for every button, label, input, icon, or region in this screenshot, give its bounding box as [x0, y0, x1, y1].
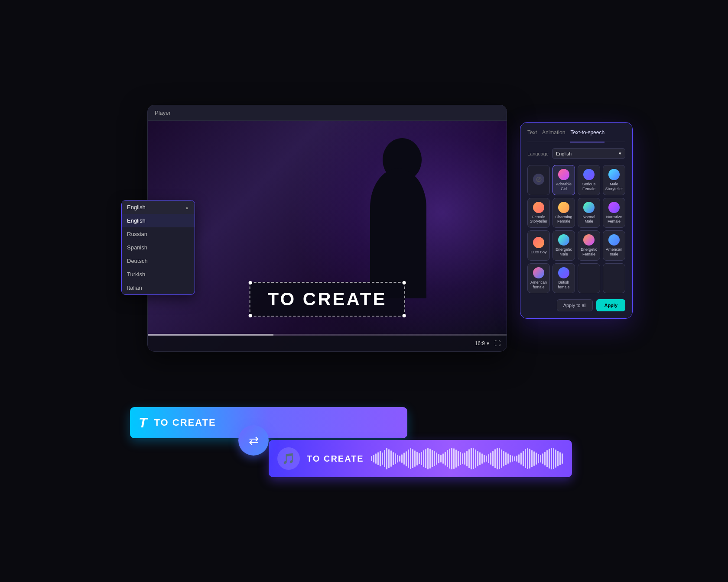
- voice-name-energetic-female: Energetic Female: [580, 247, 598, 257]
- chevron-down-icon: ▾: [619, 151, 621, 156]
- voice-card-narrative-female[interactable]: Narrative Female: [603, 198, 625, 228]
- voice-name-narrative-female: Narrative Female: [605, 215, 623, 224]
- voice-name-charming-female: Charming Female: [555, 215, 573, 224]
- chevron-down-icon: ▾: [487, 340, 489, 346]
- voice-name-male-storyteller: Male Storyteller: [605, 182, 623, 191]
- video-bottom-bar: 16:9 ▾ ⛶: [148, 336, 507, 351]
- voice-avatar-adorable-girl: [558, 169, 569, 180]
- language-dropdown[interactable]: English ▲ English Russian Spanish Deutsc…: [121, 200, 195, 295]
- voice-avatar-energetic-male: [558, 234, 569, 246]
- tts-language-row: Language English ▾: [527, 148, 625, 159]
- text-track-icon: T: [139, 415, 147, 431]
- corner-handle-br[interactable]: [402, 314, 406, 317]
- timeline-text-bar[interactable]: T TO CREATE: [130, 407, 407, 438]
- voice-card-disabled[interactable]: ⊘: [527, 165, 550, 195]
- aspect-ratio-value: 16:9: [475, 340, 485, 346]
- voice-avatar-serious-female: [583, 169, 595, 180]
- voice-name-serious-female: Serious Female: [580, 182, 598, 191]
- apply-button[interactable]: Apply: [596, 299, 625, 311]
- voice-card-male-storyteller[interactable]: Male Storyteller: [603, 165, 625, 195]
- voice-card-american-male[interactable]: American male: [603, 230, 625, 261]
- language-select-value: English: [556, 151, 572, 156]
- fullscreen-button[interactable]: ⛶: [494, 340, 500, 347]
- voice-avatar-charming-female: [558, 202, 569, 213]
- corner-handle-tr[interactable]: [402, 281, 406, 285]
- chevron-up-icon: ▲: [185, 205, 189, 210]
- dropdown-item-russian[interactable]: Russian: [122, 227, 195, 241]
- voice-card-british-female[interactable]: British female: [552, 263, 575, 294]
- voice-card-adorable-girl[interactable]: Adorable Girl: [552, 165, 575, 195]
- voice-card-female-storyteller[interactable]: Female Storyteller: [527, 198, 550, 228]
- tts-tabs: Text Animation Text-to-speech: [527, 129, 625, 142]
- audio-waveform-bar[interactable]: 🎵 TO CREATE: [269, 440, 572, 477]
- voice-name-female-storyteller: Female Storyteller: [530, 215, 548, 224]
- voice-avatar-american-female: [533, 267, 544, 278]
- voice-name-british-female: British female: [555, 280, 573, 290]
- voice-card-american-female[interactable]: American female: [527, 263, 550, 294]
- voice-name-adorable-girl: Adorable Girl: [555, 182, 573, 191]
- language-select[interactable]: English ▾: [552, 148, 625, 159]
- apply-to-all-button[interactable]: Apply to all: [557, 299, 593, 311]
- voice-name-energetic-male: Energetic Male: [555, 247, 573, 257]
- language-label: Language: [527, 151, 549, 156]
- corner-handle-bl[interactable]: [249, 314, 252, 317]
- dropdown-item-deutsch[interactable]: Deutsch: [122, 254, 195, 268]
- voice-card-empty-2: [603, 263, 625, 294]
- voice-name-normal-male: Normal Male: [580, 215, 598, 224]
- voice-avatar-cute-boy: [533, 237, 544, 248]
- voice-card-charming-female[interactable]: Charming Female: [552, 198, 575, 228]
- dropdown-item-italian[interactable]: Italian: [122, 281, 195, 294]
- aspect-ratio-button[interactable]: 16:9 ▾: [475, 340, 489, 346]
- player-titlebar: Player: [148, 105, 507, 121]
- video-text-overlay[interactable]: TO CREATE: [250, 282, 405, 317]
- voice-card-serious-female[interactable]: Serious Female: [578, 165, 600, 195]
- voice-avatar-british-female: [558, 267, 569, 278]
- audio-track-icon: 🎵: [282, 453, 295, 465]
- voice-avatar-narrative-female: [608, 202, 620, 213]
- player-window: Player TO CREATE 16:: [147, 105, 507, 352]
- voice-name-american-male: American male: [605, 247, 623, 257]
- dropdown-item-turkish[interactable]: Turkish: [122, 268, 195, 281]
- dropdown-item-english[interactable]: English: [122, 214, 195, 227]
- tts-panel: Text Animation Text-to-speech Language E…: [520, 122, 633, 319]
- player-video: TO CREATE 16:9 ▾ ⛶: [148, 121, 507, 351]
- voice-name-cute-boy: Cute Boy: [530, 250, 546, 255]
- audio-label: TO CREATE: [307, 454, 364, 464]
- voice-card-empty-1: [578, 263, 600, 294]
- convert-arrow-icon: ⇄: [249, 433, 259, 448]
- tab-text[interactable]: Text: [527, 129, 537, 137]
- voice-card-energetic-male[interactable]: Energetic Male: [552, 230, 575, 261]
- voice-avatar-energetic-female: [583, 234, 595, 246]
- arrow-circle[interactable]: ⇄: [238, 425, 269, 456]
- voice-avatar-disabled: ⊘: [533, 174, 544, 185]
- silhouette-body: [370, 168, 426, 298]
- voice-avatar-male-storyteller: [608, 169, 620, 180]
- waveform-container: [371, 446, 563, 472]
- timeline-text-label: TO CREATE: [154, 417, 216, 428]
- voice-grid: ⊘ Adorable Girl Serious Female Male Stor…: [527, 165, 625, 293]
- no-voice-icon: ⊘: [536, 175, 542, 184]
- video-text-content: TO CREATE: [268, 289, 387, 310]
- voice-name-american-female: American female: [530, 280, 548, 290]
- voice-avatar-female-storyteller: [533, 202, 544, 213]
- dropdown-header[interactable]: English ▲: [122, 200, 195, 214]
- silhouette: [342, 134, 455, 298]
- dropdown-selected-value: English: [127, 204, 146, 210]
- panel-buttons: Apply to all Apply: [527, 299, 625, 311]
- voice-card-cute-boy[interactable]: Cute Boy: [527, 230, 550, 261]
- voice-avatar-american-male: [608, 234, 620, 246]
- tab-animation[interactable]: Animation: [542, 129, 565, 137]
- voice-avatar-normal-male: [583, 202, 595, 213]
- voice-card-energetic-female[interactable]: Energetic Female: [578, 230, 600, 261]
- voice-card-normal-male[interactable]: Normal Male: [578, 198, 600, 228]
- corner-handle-tl[interactable]: [249, 281, 252, 285]
- dropdown-item-spanish[interactable]: Spanish: [122, 241, 195, 254]
- tab-text-to-speech[interactable]: Text-to-speech: [570, 129, 604, 142]
- audio-icon-circle: 🎵: [277, 447, 300, 470]
- player-title: Player: [155, 110, 171, 116]
